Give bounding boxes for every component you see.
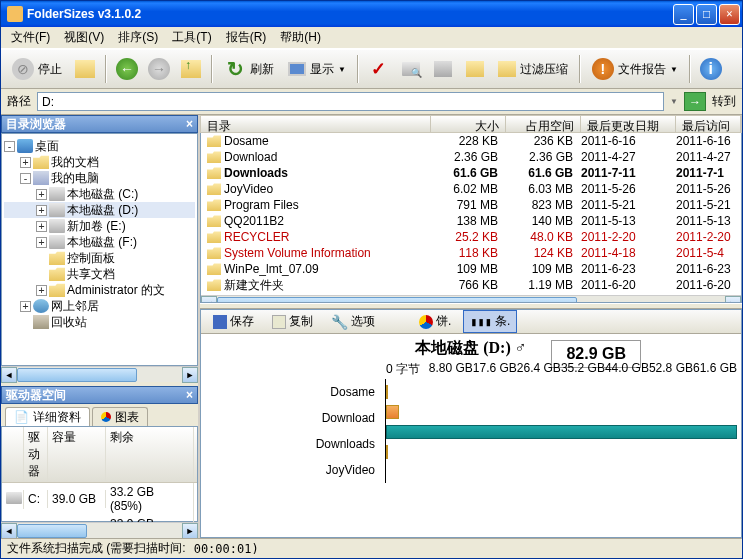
axis-tick: 17.6 GB — [473, 361, 517, 378]
chart-category-label: JoyVideo — [205, 457, 385, 483]
close-button[interactable]: × — [719, 4, 740, 25]
file-row[interactable]: RECYCLER25.2 KB48.0 KB2011-2-202011-2-20 — [201, 229, 741, 245]
file-row[interactable]: WinPe_lmt_07.09109 MB109 MB2011-6-232011… — [201, 261, 741, 277]
drive-scrollbar[interactable]: ◄► — [1, 522, 198, 538]
folder-icon — [207, 183, 221, 195]
explorer-button[interactable] — [71, 55, 99, 83]
folder-icon — [207, 167, 221, 179]
close-panel-icon[interactable]: × — [186, 117, 193, 131]
browser-panel-header: 目录浏览器 × — [1, 115, 198, 133]
col-name[interactable]: 目录 — [201, 116, 431, 132]
col-alloc[interactable]: 占用空间 — [506, 116, 581, 132]
dropdown-icon[interactable]: ▼ — [670, 97, 678, 106]
statusbar: 文件系统扫描完成 (需要扫描时间: 00:00:01) — [1, 538, 742, 558]
status-message: 文件系统扫描完成 (需要扫描时间: — [7, 540, 186, 557]
folder-icon — [207, 231, 221, 243]
axis-tick: 8.80 GB — [429, 361, 473, 378]
file-row[interactable]: 新建文件夹766 KB1.19 MB2011-6-202011-6-20 — [201, 277, 741, 293]
col-drive[interactable]: 驱动器 — [24, 427, 48, 482]
menu-tools[interactable]: 工具(T) — [166, 27, 217, 48]
file-row[interactable]: Download2.36 GB2.36 GB2011-4-272011-4-27 — [201, 149, 741, 165]
col-capacity[interactable]: 容量 — [48, 427, 106, 482]
save-icon — [213, 315, 227, 329]
col-size[interactable]: 大小 — [431, 116, 506, 132]
axis-tick: 52.8 GB — [649, 361, 693, 378]
tab-detail[interactable]: 📄详细资料 — [5, 407, 90, 426]
folder-icon — [207, 135, 221, 147]
axis-tick: 0 字节 — [386, 361, 429, 378]
check-button[interactable]: ✓ — [365, 55, 393, 83]
display-button[interactable]: 显示▼ — [283, 55, 351, 83]
chart-bar — [386, 425, 737, 439]
folder-icon — [49, 283, 65, 297]
back-arrow-icon: ← — [116, 58, 138, 80]
col-accessed[interactable]: 最后访问 — [676, 116, 741, 132]
computer-icon — [33, 171, 49, 185]
chart-category-label: Downloads — [205, 431, 385, 457]
stop-button[interactable]: ⊘停止 — [7, 55, 67, 83]
back-button[interactable]: ← — [113, 55, 141, 83]
search-disk-button[interactable]: 🔍 — [397, 55, 425, 83]
axis-tick: 26.4 GB — [517, 361, 561, 378]
up-button[interactable]: ↑ — [177, 55, 205, 83]
toolbar: ⊘停止 ← → ↑ ↻刷新 显示▼ ✓ 🔍 过滤压缩 !文件报告▼ i — [1, 49, 742, 89]
file-row[interactable]: Dosame228 KB236 KB2011-6-162011-6-16 — [201, 133, 741, 149]
axis-tick: 61.6 GB — [693, 361, 737, 378]
path-input[interactable] — [37, 92, 664, 111]
col-modified[interactable]: 最后更改日期 — [581, 116, 676, 132]
filereport-button[interactable]: !文件报告▼ — [587, 55, 683, 83]
close-panel-icon[interactable]: × — [186, 388, 193, 402]
save-button[interactable]: 保存 — [207, 311, 260, 332]
drivespace-tabs: 📄详细资料 图表 — [1, 404, 198, 426]
menu-reports[interactable]: 报告(R) — [220, 27, 273, 48]
folder-x-button[interactable] — [461, 55, 489, 83]
check-icon: ✓ — [371, 58, 386, 80]
options-button[interactable]: 🔧选项 — [325, 311, 381, 332]
copy-button[interactable]: 复制 — [266, 311, 319, 332]
tree-selected-node[interactable]: +本地磁盘 (D:) — [4, 202, 195, 218]
help-button[interactable]: i — [697, 55, 725, 83]
refresh-button[interactable]: ↻刷新 — [219, 55, 279, 83]
col-free[interactable]: 剩余 — [106, 427, 194, 482]
menu-help[interactable]: 帮助(H) — [274, 27, 327, 48]
go-button[interactable]: → — [684, 92, 706, 111]
folder-icon — [207, 263, 221, 275]
report-icon: ! — [592, 58, 614, 80]
pathbar: 路径 ▼ → 转到 — [1, 89, 742, 115]
menu-sort[interactable]: 排序(S) — [112, 27, 164, 48]
file-row[interactable]: Program Files791 MB823 MB2011-5-212011-5… — [201, 197, 741, 213]
titlebar: FolderSizes v3.1.0.2 _ □ × — [1, 1, 742, 27]
folder-icon — [207, 199, 221, 211]
tree-scrollbar[interactable]: ◄► — [1, 366, 198, 382]
folder-icon — [207, 215, 221, 227]
disk-icon — [49, 203, 65, 217]
forward-arrow-icon: → — [148, 58, 170, 80]
compress-icon — [498, 61, 516, 77]
filter-button[interactable]: 过滤压缩 — [493, 55, 573, 83]
menu-view[interactable]: 视图(V) — [58, 27, 110, 48]
filelist-scrollbar[interactable]: ◄► — [201, 295, 741, 303]
tab-chart[interactable]: 图表 — [92, 407, 148, 426]
chart-category-label: Dosame — [205, 379, 385, 405]
file-row[interactable]: JoyVideo6.02 MB6.03 MB2011-5-262011-5-26 — [201, 181, 741, 197]
print-button[interactable] — [429, 55, 457, 83]
chart-panel: 保存 复制 🔧选项 饼. ▮▮▮条. 本地磁盘 (D:) ♂ 82.9 GB D… — [200, 309, 742, 538]
file-row[interactable]: QQ2011B2138 MB140 MB2011-5-132011-5-13 — [201, 213, 741, 229]
pie-button[interactable]: 饼. — [413, 311, 457, 332]
maximize-button[interactable]: □ — [696, 4, 717, 25]
minimize-button[interactable]: _ — [673, 4, 694, 25]
copy-icon — [272, 315, 286, 329]
drive-row[interactable]: C:39.0 GB33.2 GB (85%) — [2, 483, 197, 515]
folder-tree[interactable]: -桌面 +我的文档 -我的电脑 +本地磁盘 (C:) +本地磁盘 (D:) +新… — [1, 133, 198, 366]
file-row[interactable]: Downloads61.6 GB61.6 GB2011-7-112011-7-1 — [201, 165, 741, 181]
disk-icon — [49, 235, 65, 249]
bar-button[interactable]: ▮▮▮条. — [463, 310, 517, 333]
monitor-icon — [288, 62, 306, 76]
folder-icon — [207, 151, 221, 163]
menu-file[interactable]: 文件(F) — [5, 27, 56, 48]
file-list-header: 目录 大小 占用空间 最后更改日期 最后访问 — [200, 115, 742, 133]
tree-collapse-icon[interactable]: - — [4, 141, 15, 152]
file-row[interactable]: System Volume Information118 KB124 KB201… — [201, 245, 741, 261]
forward-button[interactable]: → — [145, 55, 173, 83]
file-list[interactable]: Dosame228 KB236 KB2011-6-162011-6-16Down… — [200, 133, 742, 303]
